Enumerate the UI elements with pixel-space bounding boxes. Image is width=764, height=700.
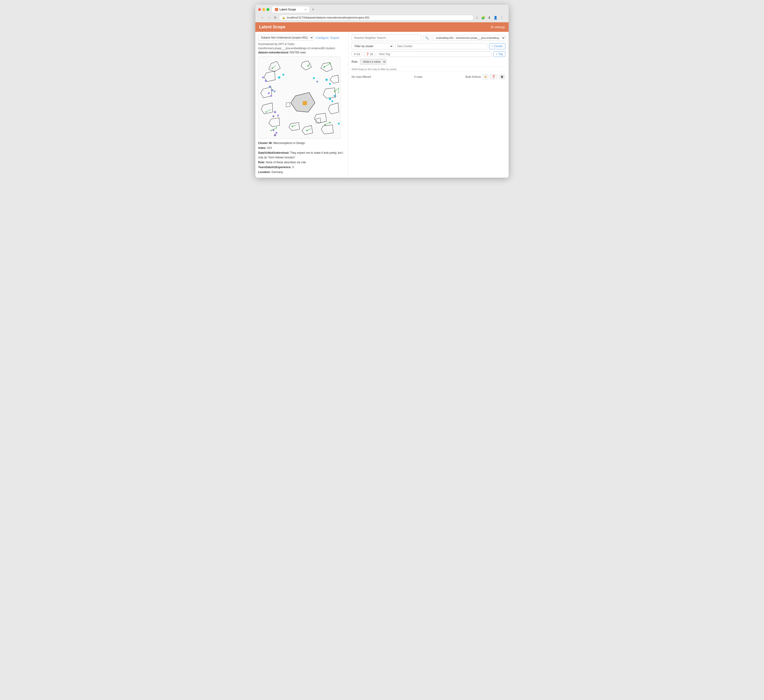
settings-icon: ⚙ [491,25,493,29]
svg-point-35 [271,89,274,91]
years-row: YearsDataVizExperience: 3 [258,165,345,170]
role-row: Role: Select a value [352,59,506,65]
filter-row: Filter by cluster + Cluster [352,43,506,50]
dataset-name: datavis-notunderstood [258,51,288,54]
scatter-plot[interactable] [258,56,340,139]
hint-text: Shift+Drag on the map to filter by point… [352,67,506,72]
new-cluster-button[interactable]: + Cluster [489,43,506,49]
refresh-button[interactable]: ↻ [273,15,278,20]
location-row: Location: Germany [258,170,345,174]
location-label: Location: [258,170,271,174]
no-rows-filtered: No rows filtered [352,75,371,78]
dataset-selector: Datavis Not Understood (scopes-001) Conf… [258,34,345,41]
url-text: localhost:5174/datasets/datavis-notunder… [287,16,369,19]
back-button[interactable]: ← [260,15,265,20]
filter-by-cluster-select[interactable]: Filter by cluster [352,43,393,50]
role-value: None of these describes my role [266,161,306,164]
index-value: 523 [267,146,272,150]
search-row: 🔍 embedding-001 - transformers-jinaai___… [352,34,506,41]
tag-count-1: (0) [357,53,360,56]
extensions-icon[interactable]: 🧩 [481,15,485,20]
address-bar[interactable]: 🔒 localhost:5174/datasets/datavis-notund… [279,15,474,20]
svg-point-44 [274,111,276,113]
svg-point-36 [268,92,270,94]
svg-point-29 [329,122,330,123]
results-row: No rows filtered 0 rows Bulk Actions: ■ … [352,74,506,80]
tag-icon-1: 🏷 [354,53,356,56]
role-row: Role: None of these describes my role [258,160,345,165]
lock-icon: 🔒 [282,16,285,19]
svg-point-28 [324,124,326,125]
maximize-btn[interactable] [266,8,269,11]
svg-point-37 [274,91,276,92]
svg-point-56 [274,134,276,136]
forward-button[interactable]: → [266,15,272,20]
bulk-btn-orange[interactable]: ■ [483,74,488,80]
add-tag-button[interactable]: + Tag [493,52,506,57]
app-header: Latent Scope ⚙ settings [255,22,509,32]
new-cluster-input[interactable] [395,43,487,49]
dataset-name-row: datavis-notunderstood 765/765 rows [258,51,345,54]
toolbar-icons: ☆ 🧩 ⬇ 👤 ⋮ [475,15,504,20]
svg-point-33 [306,130,308,131]
dataviz-row: DataVizNotUnderstood: They expect me to … [258,151,345,159]
rows-count: 0 rows [414,75,422,78]
svg-point-51 [316,81,318,83]
model-info: transformers-jinaai___jina-embeddings-v2… [258,47,345,50]
svg-point-60 [338,123,340,125]
search-input[interactable] [352,34,421,41]
svg-point-24 [307,65,309,67]
role-label: Role: [258,161,265,164]
settings-link[interactable]: ⚙ settings [491,25,505,29]
svg-point-19 [329,63,330,64]
close-btn[interactable] [258,8,261,11]
years-label: YearsDataVizExperience: [258,166,291,169]
svg-point-39 [278,77,280,79]
tab-bar: Latent Scope ✕ + [272,6,316,12]
new-tag-input[interactable] [377,52,492,57]
export-link[interactable]: Export [330,36,339,39]
svg-point-50 [313,77,315,79]
dataviz-label: DataVizNotUnderstood: [258,151,289,155]
role-label: Role: [352,60,358,63]
dataset-dropdown[interactable]: Datavis Not Understood (scopes-001) [258,34,314,41]
minimize-btn[interactable] [262,8,265,11]
tab-favicon [275,8,278,11]
svg-point-48 [333,95,335,97]
profile-icon[interactable]: 👤 [493,15,498,20]
embedding-select[interactable]: embedding-001 - transformers-jinaai___ji… [433,35,506,41]
svg-point-22 [334,91,335,92]
bulk-btn-question[interactable]: ❓ [490,74,497,80]
tag-filter-btn-1[interactable]: 🏷 (0) [352,52,362,57]
summarized-by: Summarized by GPT-4-Turbo [258,42,345,46]
active-tab[interactable]: Latent Scope ✕ [272,6,309,12]
svg-point-34 [269,86,271,88]
svg-point-42 [329,83,331,85]
new-tab-button[interactable]: + [310,6,316,12]
svg-point-38 [270,95,272,97]
info-panel: Cluster 38: Misconceptions in Design ind… [258,141,345,174]
bulk-btn-delete[interactable]: 🗑 [499,74,506,80]
tag-filter-btn-2[interactable]: ❓ (0) [364,52,375,57]
app-body: Datavis Not Understood (scopes-001) Conf… [255,32,509,178]
address-bar-row: ← → ↻ 🔒 localhost:5174/datasets/datavis-… [258,14,506,22]
configure-link[interactable]: Configure [316,36,329,39]
bookmark-icon[interactable]: ☆ [475,15,479,20]
svg-point-47 [329,98,331,100]
search-button[interactable]: 🔍 [423,35,431,41]
svg-point-52 [265,80,267,82]
bulk-orange-icon: ■ [485,75,487,78]
tab-close-icon[interactable]: ✕ [304,8,307,11]
years-value: 3 [292,166,294,169]
svg-point-49 [331,100,333,102]
menu-icon[interactable]: ⋮ [500,15,504,20]
index-label: index: [258,146,266,150]
cluster-label: Cluster 38: [258,141,272,145]
download-icon[interactable]: ⬇ [487,15,491,20]
location-value: Germany [271,170,283,174]
svg-rect-16 [303,101,307,105]
svg-point-41 [325,78,328,81]
role-select[interactable]: Select a value [360,59,387,65]
index-row: index: 523 [258,146,345,150]
svg-point-46 [272,116,274,117]
